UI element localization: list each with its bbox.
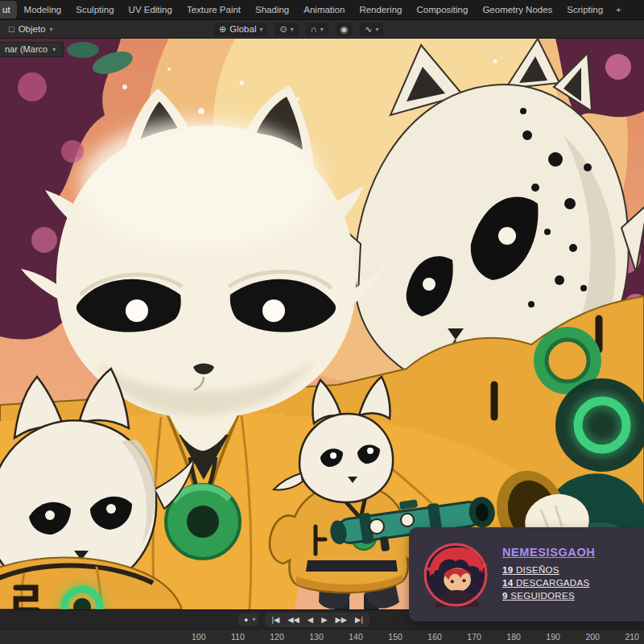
workspace-tab-modeling[interactable]: Modeling (17, 1, 69, 19)
globe-icon: ⊕ (219, 24, 226, 35)
viewport-header-controls: ⊕ Global ▾ ⊙ ▾ ∩ ▾ ◉ ∿ ▾ (214, 23, 383, 36)
pivot-point-icon: ⊙ (279, 24, 287, 35)
transform-orientation-dropdown[interactable]: ⊕ Global ▾ (214, 23, 267, 36)
proportional-editing-toggle[interactable]: ◉ (336, 23, 353, 36)
play-reverse-button[interactable]: ◀ (304, 614, 316, 625)
workspace-tab-compositing[interactable]: Compositing (409, 1, 475, 19)
viewport-artwork (0, 39, 644, 609)
frame-label-200: 200 (585, 632, 600, 642)
frame-label-100: 100 (192, 632, 206, 642)
frame-label-170: 170 (467, 632, 481, 642)
mode-label: Objeto (19, 24, 46, 34)
frame-label-190: 190 (546, 632, 560, 642)
frame-label-160: 160 (427, 632, 442, 642)
stat-value: 9 (502, 591, 508, 601)
user-stat-diseños[interactable]: 19 DISEÑOS (502, 565, 595, 575)
mode-dropdown[interactable]: □ Objeto ▾ (4, 23, 58, 35)
user-card-info: NEMESISGAOH 19 DISEÑOS14 DESCARGADAS9 SE… (502, 546, 595, 604)
workspace-tab-geometry-nodes[interactable]: Geometry Nodes (475, 1, 559, 19)
user-stat-descargadas[interactable]: 14 DESCARGADAS (502, 578, 595, 588)
chevron-down-icon: ▾ (291, 26, 294, 33)
user-card: NEMESISGAOH 19 DISEÑOS14 DESCARGADAS9 SE… (409, 527, 644, 621)
workspace-tab-animation[interactable]: Animation (296, 1, 352, 19)
workspace-tabs: ModelingSculptingUV EditingTexture Paint… (17, 1, 611, 19)
falloff-dropdown[interactable]: ∿ ▾ (360, 23, 383, 36)
chevron-down-icon: ▾ (52, 46, 56, 53)
frame-label-130: 130 (309, 632, 324, 642)
play-button[interactable]: ▶ (318, 614, 330, 625)
object-mode-icon: □ (9, 24, 14, 34)
frame-label-180: 180 (506, 632, 521, 642)
falloff-curve-icon: ∿ (365, 24, 372, 35)
select-tool-dropdown[interactable]: nar (Marco ▾ (0, 42, 64, 57)
chevron-down-icon: ▾ (320, 26, 324, 33)
frame-label-140: 140 (349, 632, 363, 642)
jump-to-start-button[interactable]: |◀ (268, 614, 283, 625)
frame-label-110: 110 (231, 632, 245, 642)
blender-window: ut ModelingSculptingUV EditingTexture Pa… (0, 0, 644, 644)
workspace-tab-uv-editing[interactable]: UV Editing (122, 1, 180, 19)
workspace-tab-bar: ut ModelingSculptingUV EditingTexture Pa… (0, 0, 644, 20)
record-dot-icon: ● (242, 615, 250, 625)
snap-toggle[interactable]: ∩ ▾ (306, 23, 328, 35)
workspace-tab-rendering[interactable]: Rendering (352, 1, 409, 19)
workspace-tab-texture-paint[interactable]: Texture Paint (180, 1, 248, 19)
select-tool-label: nar (Marco (5, 44, 47, 54)
stat-label: DESCARGADAS (513, 578, 589, 588)
magnet-icon: ∩ (311, 24, 317, 34)
playback-controls: ● ▾ |◀◀◀◀▶▶▶▶| (238, 613, 369, 627)
next-keyframe-button[interactable]: ▶▶ (332, 614, 350, 625)
add-workspace-button[interactable]: + (610, 1, 627, 19)
chevron-down-icon: ▾ (50, 26, 53, 33)
workspace-tab-layout-partial[interactable]: ut (0, 1, 17, 19)
orientation-label: Global (229, 24, 256, 34)
avatar[interactable] (423, 543, 488, 607)
chevron-down-icon: ▾ (252, 616, 255, 623)
chevron-down-icon: ▾ (259, 26, 262, 33)
viewport-3d[interactable]: nar (Marco ▾ (0, 39, 644, 609)
chevron-down-icon: ▾ (375, 26, 378, 33)
stat-label: DISEÑOS (513, 565, 559, 575)
stat-value: 19 (502, 565, 513, 575)
jump-to-end-button[interactable]: ▶| (352, 614, 366, 625)
prev-keyframe-button[interactable]: ◀◀ (284, 614, 303, 625)
frame-label-120: 120 (270, 632, 284, 642)
workspace-tab-scripting[interactable]: Scripting (559, 1, 610, 19)
transport-buttons: |◀◀◀◀▶▶▶▶| (265, 613, 369, 627)
proportional-editing-icon: ◉ (341, 24, 349, 35)
workspace-tab-sculpting[interactable]: Sculpting (68, 1, 121, 19)
viewport-header: □ Objeto ▾ ⊕ Global ▾ ⊙ ▾ ∩ ▾ ◉ ∿ ▾ (0, 20, 644, 39)
user-stats: 19 DISEÑOS14 DESCARGADAS9 SEGUIDORES (502, 565, 595, 604)
pivot-point-dropdown[interactable]: ⊙ ▾ (275, 23, 298, 36)
stat-value: 14 (502, 578, 513, 588)
timeline-ruler[interactable]: 100110120130140150160170180190200210 (0, 629, 644, 644)
frame-labels: 100110120130140150160170180190200210 (187, 630, 644, 644)
auto-keying-dropdown[interactable]: ● ▾ (238, 613, 258, 626)
stat-label: SEGUIDORES (508, 591, 575, 601)
user-stat-seguidores[interactable]: 9 SEGUIDORES (502, 591, 595, 601)
frame-label-150: 150 (388, 632, 402, 642)
workspace-tab-shading[interactable]: Shading (248, 1, 296, 19)
username-link[interactable]: NEMESISGAOH (502, 546, 595, 559)
frame-label-210: 210 (625, 632, 639, 642)
